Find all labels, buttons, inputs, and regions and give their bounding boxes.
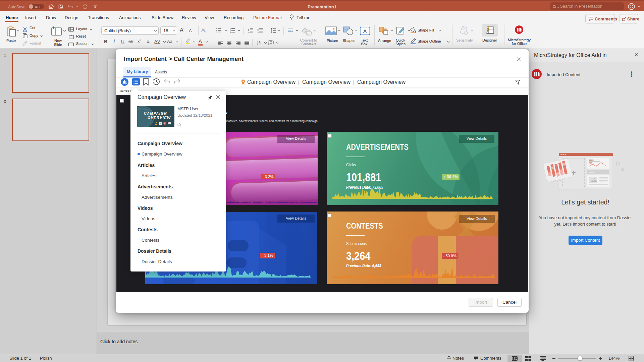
svg-text:3: 3 [230,31,231,33]
svg-text:OVERVIEW: OVERVIEW [148,116,171,120]
svg-text:$123: $123 [589,159,594,161]
svg-text:CAMPAIGN: CAMPAIGN [144,111,167,115]
svg-text:A: A [259,41,261,44]
svg-text:A: A [363,28,367,34]
